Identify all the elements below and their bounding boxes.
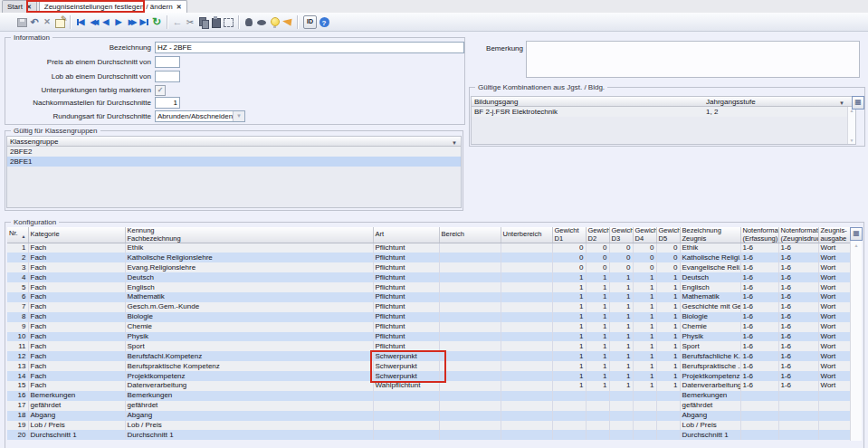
table-row[interactable]: 14FachProjektkompetenzSchwerpunkt11111Pr… — [7, 371, 850, 381]
table-cell: Wort — [818, 243, 850, 253]
lob-input[interactable] — [155, 71, 180, 82]
table-row[interactable]: 13FachBerufspraktische KompetenzSchwerpu… — [7, 361, 850, 371]
table-cell: Fach — [28, 272, 125, 282]
table-row[interactable]: BF 2-j.FSR Elektrotechnik1, 2 — [472, 107, 855, 117]
table-row[interactable]: 4FachDeutschPflichtunt11111Deutsch1-61-6… — [7, 272, 850, 282]
kombinationen-col-bildungsgang[interactable]: Bildungsgang — [474, 98, 518, 106]
table-row[interactable]: 20Durchschnitt 1Durchschnitt 1Durchschni… — [7, 430, 850, 440]
table-row[interactable]: 17gefährdetgefährdetgefährdet — [7, 401, 850, 411]
tab-start[interactable]: Start — [2, 0, 37, 13]
id-button[interactable]: ID — [303, 15, 317, 29]
scroll-down-icon[interactable] — [848, 138, 855, 143]
konfiguration-scrollbar[interactable] — [850, 241, 862, 441]
help-icon[interactable] — [320, 17, 329, 27]
table-row[interactable]: 5FachEnglischPflichtunt11111Englisch1-61… — [7, 282, 850, 292]
rundungsart-select[interactable]: Abrunden/Abschneiden — [155, 110, 245, 122]
klassengruppen-header[interactable]: Klassengruppe — [7, 137, 461, 147]
column-header[interactable]: Gewicht D3 — [609, 227, 633, 243]
column-header[interactable]: Kategorie — [28, 227, 125, 243]
column-header[interactable]: Unterbereich — [501, 227, 552, 243]
preis-input[interactable] — [155, 56, 180, 68]
table-cell: Berufsfachliche K... — [680, 351, 740, 361]
unterpunktungen-checkbox[interactable] — [155, 85, 166, 96]
table-cell — [778, 391, 818, 401]
column-header[interactable]: Gewicht D5 — [656, 227, 680, 243]
column-config-button[interactable] — [852, 96, 864, 110]
table-row[interactable]: 19Lob / PreisLob / PreisLob / Preis — [7, 421, 850, 431]
table-cell — [373, 430, 439, 440]
table-row[interactable]: 9FachChemiePflichtunt11111Chemie1-61-6Wo… — [7, 322, 850, 332]
lightbulb-icon[interactable] — [269, 16, 281, 28]
seal-icon[interactable] — [243, 16, 255, 28]
table-cell: Pflichtunt — [373, 243, 439, 253]
kombinationen-header[interactable]: Bildungsgang Jahrgangsstufe — [472, 97, 855, 107]
kombinationen-col-jahrgangsstufe[interactable]: Jahrgangsstufe — [706, 97, 756, 107]
selection-icon[interactable] — [223, 16, 234, 28]
column-header[interactable]: Nr. — [7, 227, 28, 243]
chevron-down-icon[interactable] — [233, 111, 244, 121]
table-cell: 18 — [7, 411, 28, 421]
bezeichnung-input[interactable] — [155, 42, 464, 53]
table-cell — [586, 401, 609, 411]
nachkommastellen-input[interactable] — [155, 97, 180, 109]
edit-icon[interactable] — [54, 16, 66, 28]
nav-fast-next-icon[interactable] — [126, 16, 138, 28]
table-cell: 1-6 — [778, 371, 818, 381]
table-row[interactable]: 1FachEthikPflichtunt00000Ethik1-61-6Wort — [7, 243, 850, 253]
table-cell: 1 — [552, 371, 586, 381]
column-header[interactable]: Notenformat (Zeugnisdruck) — [778, 227, 818, 243]
table-row[interactable]: 2FachKatholische ReligionslehrePflichtun… — [7, 253, 850, 262]
nav-first-icon[interactable] — [75, 16, 87, 28]
table-row[interactable]: 6FachMathematikPflichtunt11111Mathematik… — [7, 292, 850, 302]
table-cell: Lob / Preis — [680, 421, 740, 431]
kombinationen-scrollbar[interactable] — [847, 107, 855, 144]
list-item[interactable]: 2BFE1 — [7, 157, 461, 167]
back-arrow-icon[interactable] — [172, 16, 184, 28]
table-row[interactable]: 7FachGesch.m.Gem.-KundePflichtunt11111Ge… — [7, 302, 850, 312]
column-header[interactable]: Art — [373, 227, 439, 243]
column-header[interactable]: Bereich — [439, 227, 501, 243]
bemerkung-textarea[interactable] — [526, 41, 860, 78]
column-header[interactable]: Kennung Fachbezeichnung — [125, 227, 373, 243]
table-row[interactable]: 15FachDatenverarbeitungWahlpflichtunt111… — [7, 381, 850, 391]
eye-icon[interactable] — [256, 16, 268, 28]
paste-icon[interactable] — [210, 16, 222, 28]
table-row[interactable]: 11FachSportPflichtunt11111Sport1-61-6Wor… — [7, 341, 850, 351]
table-cell — [439, 262, 501, 272]
table-row[interactable]: 16BemerkungenBemerkungenBemerkungen — [7, 391, 850, 401]
undo-icon[interactable] — [29, 16, 41, 28]
table-row[interactable]: 10FachPhysikPflichtunt11111Physik1-61-6W… — [7, 332, 850, 342]
scroll-up-icon[interactable] — [851, 243, 862, 248]
column-header[interactable]: Gewicht D4 — [633, 227, 656, 243]
table-row[interactable]: 18AbgangAbgangAbgang — [7, 411, 850, 421]
column-header[interactable]: Gewicht D1 — [552, 227, 586, 243]
column-header[interactable]: Bezeichnung Zeugnis — [680, 227, 740, 243]
nav-fast-previous-icon[interactable] — [88, 16, 100, 28]
new-document-icon[interactable] — [4, 16, 15, 28]
nav-previous-icon[interactable] — [100, 16, 112, 28]
table-cell: 1 — [586, 312, 609, 322]
horn-icon[interactable] — [281, 16, 293, 28]
cut-icon[interactable] — [185, 16, 196, 28]
column-header[interactable]: Notenformat (Erfassung) — [740, 227, 778, 243]
column-header[interactable]: Gewicht D2 — [586, 227, 609, 243]
nav-last-icon[interactable] — [138, 16, 150, 28]
table-row[interactable]: 3FachEvang.ReligionslehrePflichtunt00000… — [7, 262, 850, 272]
table-cell: 1-6 — [740, 361, 778, 371]
copy-icon[interactable] — [197, 16, 209, 28]
refresh-icon[interactable] — [151, 16, 163, 28]
tab-close-icon[interactable] — [26, 4, 32, 11]
table-row[interactable]: 8FachBiologiePflichtunt11111Biologie1-61… — [7, 312, 850, 322]
delete-icon[interactable] — [42, 16, 53, 28]
table-cell: 0 — [552, 262, 586, 272]
column-header[interactable]: Zeugnis- ausgabe — [818, 227, 850, 243]
save-icon[interactable] — [16, 16, 28, 28]
nav-next-icon[interactable] — [113, 16, 125, 28]
column-config-button[interactable] — [850, 227, 863, 241]
klassengruppen-col-label[interactable]: Klassengruppe — [10, 138, 58, 146]
table-row[interactable]: 12FachBerufsfachl.KompetenzSchwerpunkt11… — [7, 351, 850, 361]
tab-close-icon[interactable] — [176, 4, 182, 11]
tab-zeugniseinstellungen[interactable]: Zeugniseinstellungen festlegen / ändern — [39, 0, 187, 13]
table-cell: Bemerkungen — [680, 391, 740, 401]
list-item[interactable]: 2BFE2 — [7, 147, 461, 157]
